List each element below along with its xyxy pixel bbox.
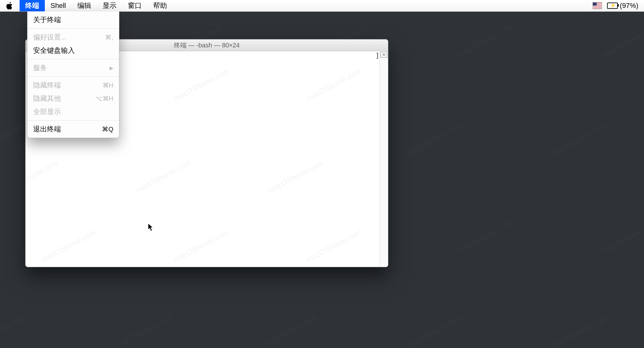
menu-item-label: 隐藏其他 (33, 94, 61, 103)
menu-help[interactable]: 帮助 (147, 0, 173, 11)
chevron-right-icon: ▶ (110, 65, 113, 71)
battery-icon: ⚡ (607, 3, 618, 9)
menu-edit[interactable]: 编辑 (72, 0, 97, 11)
menu-item-label: 安全键盘输入 (33, 46, 75, 55)
menu-window[interactable]: 窗口 (122, 0, 147, 11)
window-title: 终端 — -bash — 80×24 (174, 41, 240, 50)
menubar[interactable]: 终端 Shell 编辑 显示 窗口 帮助 ⚡ (97%) (0, 0, 644, 12)
terminal-pane-toggle-icon[interactable]: ≡ (380, 51, 387, 58)
menu-preferences[interactable]: 偏好设置... ⌘, (27, 31, 119, 44)
terminal-scroll-gutter[interactable]: ] ≡ (379, 51, 388, 267)
menu-app-name[interactable]: 终端 (20, 0, 45, 11)
apple-menu-icon[interactable] (6, 2, 14, 10)
menu-item-label: 全部显示 (33, 107, 61, 117)
menu-separator (27, 59, 119, 59)
menu-separator (27, 76, 119, 77)
menu-hide-terminal[interactable]: 隐藏终端 ⌘H (27, 79, 119, 92)
battery-percent: (97%) (620, 2, 638, 10)
menu-shortcut: ⌘, (105, 33, 113, 41)
menu-separator (27, 28, 119, 29)
menu-show-all[interactable]: 全部显示 (27, 105, 119, 118)
menu-secure-keyboard-entry[interactable]: 安全键盘输入 (27, 44, 119, 57)
battery-status[interactable]: ⚡ (97%) (607, 2, 638, 10)
menu-shortcut: ⌘H (103, 81, 113, 89)
menu-shortcut: ⌘Q (102, 125, 113, 133)
menu-item-label: 偏好设置... (33, 33, 67, 42)
terminal-right-bracket: ] (375, 51, 379, 59)
menu-item-label: 服务 (33, 63, 47, 73)
menu-shortcut: ⌥⌘H (95, 95, 113, 102)
input-source-us-flag-icon[interactable] (593, 2, 602, 9)
menu-item-label: 隐藏终端 (33, 81, 61, 90)
menu-item-label: 退出终端 (33, 124, 61, 134)
terminal-app-menu-dropdown[interactable]: 关于终端 偏好设置... ⌘, 安全键盘输入 服务 ▶ 隐藏终端 ⌘H 隐藏其他… (27, 11, 119, 138)
menu-shell[interactable]: Shell (45, 0, 72, 11)
menu-separator (27, 120, 119, 121)
menu-view[interactable]: 显示 (97, 0, 122, 11)
menubar-right: ⚡ (97%) (593, 2, 638, 10)
menu-quit-terminal[interactable]: 退出终端 ⌘Q (27, 123, 119, 136)
menu-hide-others[interactable]: 隐藏其他 ⌥⌘H (27, 92, 119, 105)
menu-about-terminal[interactable]: 关于终端 (27, 13, 119, 27)
menu-services[interactable]: 服务 ▶ (27, 61, 119, 75)
menu-item-label: 关于终端 (33, 15, 61, 25)
